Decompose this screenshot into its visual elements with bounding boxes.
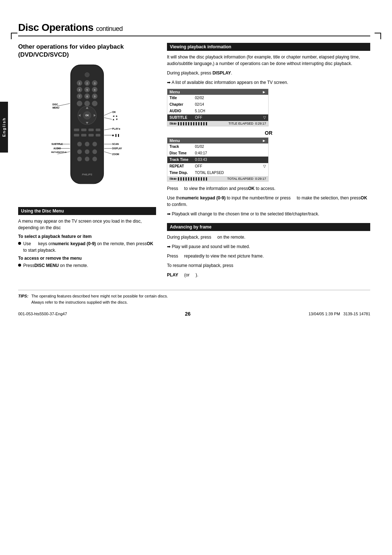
svg-text:■ ❚❚: ■ ❚❚	[112, 134, 120, 137]
svg-text:1: 1	[79, 82, 80, 85]
tips-text-2: Always refer to the instructions supplie…	[31, 299, 168, 305]
svg-text:DISC: DISC	[53, 104, 58, 106]
footer-right: 13/04/05 1:39 PM 3139-15 14781	[309, 312, 370, 316]
svg-text:PLAY►: PLAY►	[112, 127, 121, 130]
disc-menu-section: Using the Disc Menu A menu may appear on…	[18, 207, 156, 269]
svg-line-70	[104, 152, 112, 154]
bullet-icon	[18, 242, 21, 245]
svg-rect-36	[89, 134, 94, 137]
svg-point-1	[85, 73, 90, 77]
left-column: Other operations for video playback (DVD…	[18, 43, 156, 281]
tips-text-1: The operating features described here mi…	[31, 293, 168, 299]
info-box-2-header: Menu ►	[167, 138, 268, 143]
svg-rect-34	[74, 134, 79, 137]
tips-content: The operating features described here mi…	[31, 293, 168, 305]
svg-text:4: 4	[79, 89, 80, 91]
info-row-title: Title 02/02	[167, 95, 268, 101]
svg-rect-32	[89, 129, 94, 131]
info-row-repeat: REPEAT OFF ▽	[167, 163, 268, 170]
svg-rect-37	[96, 134, 101, 137]
svg-point-46	[93, 157, 97, 161]
info-box-1-header: Menu ►	[167, 89, 268, 95]
svg-line-51	[104, 112, 112, 116]
svg-text:DISPLAY: DISPLAY	[112, 147, 122, 150]
tips-label: TIPS:	[18, 293, 28, 305]
info-row-subtitle: SUBTITLE OFF ▽	[167, 114, 268, 121]
svg-point-40	[93, 142, 97, 147]
corner-mark-tr	[375, 33, 381, 39]
page-title: Disc Operations continued	[18, 22, 370, 36]
play-text: PLAY (or ).	[167, 272, 370, 278]
svg-line-48	[57, 104, 70, 106]
advancing-section: Advancing by frame During playback, pres…	[167, 223, 370, 278]
numeric-text: Use thenumeric keypad (0-9) to input the…	[167, 195, 370, 208]
svg-text:▲ ▼: ▲ ▼	[112, 118, 118, 121]
footer: 001-053-hts5500-37-Eng47 26 13/04/05 1:3…	[18, 311, 370, 317]
access-label: To access or remove the menu	[18, 256, 156, 261]
viewing-intro: It will show the disc playback informati…	[167, 54, 370, 67]
advancing-header: Advancing by frame	[167, 223, 370, 231]
svg-line-56	[104, 129, 112, 130]
svg-rect-35	[81, 134, 87, 137]
select-label: To select a playback feature or item	[18, 234, 156, 239]
info-row-chapter: Chapter 02/14	[167, 101, 268, 108]
info-row-time-disp: Time Disp. TOTAL ELAPSED	[167, 170, 268, 176]
press-text-1: Press to view the information and pressO…	[167, 185, 370, 192]
svg-text:OK: OK	[85, 114, 89, 117]
advancing-text-1: During playback, press on the remote.	[167, 234, 370, 240]
svg-text:PHILIPS: PHILIPS	[82, 173, 92, 176]
svg-text:8: 8	[86, 95, 88, 98]
svg-point-39	[85, 142, 90, 147]
info-box-2: Menu ► Track 01/02 Disc Time 0:40:17 Tra…	[167, 137, 269, 182]
advancing-arrow: ➡ Play will pause and sound will be mute…	[167, 243, 370, 250]
svg-text:ZOOM: ZOOM	[112, 153, 119, 155]
list-text: ➡ A list of available disc information a…	[167, 79, 370, 86]
access-bullet: PressDISC MENU on the remote.	[18, 262, 156, 269]
disc-menu-header: Using the Disc Menu	[18, 207, 156, 215]
svg-point-43	[93, 149, 97, 154]
svg-text:◄ ►: ◄ ►	[112, 114, 118, 118]
page: English Disc Operations continued Other …	[0, 22, 392, 555]
svg-rect-33	[96, 129, 101, 131]
svg-rect-30	[74, 129, 79, 131]
footer-page-number-mid: 26	[185, 311, 191, 317]
svg-text:7: 7	[79, 95, 80, 98]
info-box-2-bottom: Bitrate ❚❚❚❚❚❚❚❚❚❚❚❚ TOTAL ELAPSED 0:29:…	[167, 176, 268, 181]
info-row-disc-time: Disc Time 0:40:17	[167, 150, 268, 157]
svg-text:3: 3	[94, 82, 95, 85]
viewing-header: Viewing playback information	[167, 43, 370, 51]
svg-text:SCAN: SCAN	[112, 143, 119, 146]
svg-line-53	[104, 118, 112, 119]
svg-point-45	[85, 157, 90, 161]
right-column: Viewing playback information It will sho…	[167, 43, 370, 281]
svg-point-20	[77, 101, 82, 106]
language-tab: English	[0, 102, 8, 153]
resume-text: To resume normal playback, press	[167, 262, 370, 269]
svg-text:MENU: MENU	[53, 106, 60, 109]
svg-point-22	[92, 101, 98, 106]
disc-menu-intro: A menu may appear on the TV screen once …	[18, 218, 156, 231]
remote-image: 1 2 3 4 5 6 7	[18, 63, 156, 202]
select-bullet: Use keys ornumeric keypad (0-9) on the r…	[18, 240, 156, 254]
svg-text:2: 2	[86, 82, 88, 85]
info-box-1: Menu ► Title 02/02 Chapter 02/14 AUDIO 5…	[167, 89, 269, 126]
info-row-audio: AUDIO 5.1CH	[167, 108, 268, 114]
svg-point-44	[77, 157, 82, 161]
during-playback: During playback, press DISPLAY.	[167, 70, 370, 76]
svg-rect-31	[81, 129, 87, 131]
svg-point-21	[85, 101, 90, 106]
svg-text:6: 6	[94, 89, 95, 91]
svg-point-38	[77, 142, 82, 147]
info-row-track-time: Track Time 0:03:43	[167, 157, 268, 163]
info-box-1-bottom: Bitrate ❚❚❚❚❚❚❚❚❚❚❚❚ TITLE ELAPSED 0:29:…	[167, 121, 268, 126]
info-row-track: Track 01/02	[167, 143, 268, 150]
svg-point-42	[85, 149, 90, 154]
press-text-2: Press repeatedly to view the next pictur…	[167, 253, 370, 259]
corner-mark-tl	[11, 33, 17, 39]
svg-text:OK: OK	[112, 111, 116, 113]
svg-point-41	[77, 149, 82, 154]
svg-text:5: 5	[86, 89, 88, 91]
svg-text:RETURN/TITLE: RETURN/TITLE	[51, 151, 67, 153]
bullet-icon-2	[18, 264, 21, 267]
tips-section: TIPS: The operating features described h…	[18, 290, 370, 305]
